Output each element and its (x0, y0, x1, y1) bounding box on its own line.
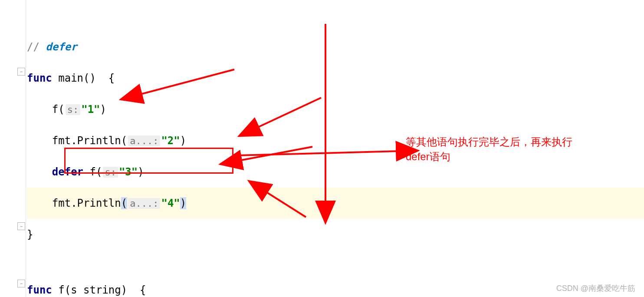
code-line: // defer (27, 31, 644, 63)
string-literal: "2" (161, 135, 180, 147)
indent (27, 166, 52, 178)
annotation-box (64, 148, 233, 174)
bracket-highlight: ) (180, 197, 186, 209)
keyword-func: func (27, 284, 52, 296)
comment-marker: // (27, 41, 46, 53)
func-name: f(s string) { (52, 284, 146, 296)
println-call: fmt.Println( (52, 135, 127, 147)
fold-open-icon[interactable]: − (17, 280, 25, 287)
keyword-func: func (27, 72, 52, 84)
brace-close: } (27, 228, 33, 241)
indent (27, 103, 52, 116)
println-call: fmt.Println (52, 197, 121, 209)
call-f: f( (52, 103, 65, 116)
gutter: − − − (0, 0, 26, 297)
paren-close: ) (100, 103, 106, 116)
bracket-highlight: ( (121, 197, 127, 209)
func-name: main() { (52, 72, 115, 84)
string-literal: "1" (81, 103, 100, 116)
indent (27, 135, 52, 147)
annotation-label: 等其他语句执行完毕之后，再来执行 defer语句 (406, 135, 572, 164)
param-hint: a...: (128, 198, 160, 209)
code-line (27, 250, 644, 281)
string-literal: "4" (161, 197, 180, 209)
paren-close: ) (180, 135, 186, 147)
comment-word: defer (46, 41, 77, 53)
fold-open-icon[interactable]: − (17, 68, 25, 76)
param-hint: s: (66, 104, 81, 115)
param-hint: a...: (128, 135, 160, 146)
code-line: func main() { (27, 63, 644, 94)
indent (27, 197, 52, 209)
code-line: f(s:"1") (27, 94, 644, 125)
fold-close-icon[interactable]: − (17, 222, 25, 230)
code-line: } (27, 219, 644, 250)
annotation-line2: defer语句 (406, 149, 572, 164)
annotation-line1: 等其他语句执行完毕之后，再来执行 (406, 135, 572, 149)
code-line-current: fmt.Println(a...:"4") (27, 188, 644, 219)
watermark: CSDN @南桑爱吃牛筋 (556, 283, 635, 294)
code-line: func f(s string) { (27, 281, 644, 297)
code-line (27, 0, 644, 31)
